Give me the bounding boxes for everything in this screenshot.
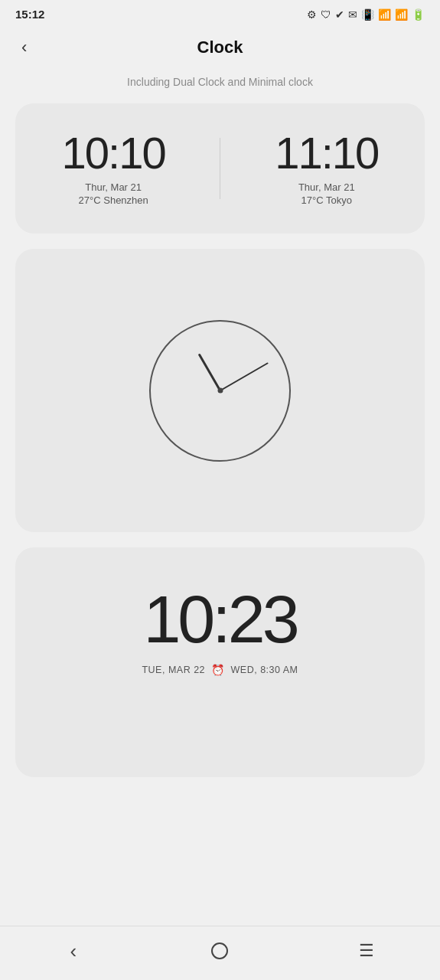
alarm-icon: ⏰	[211, 664, 225, 676]
clock-1-location: 27°C Shenzhen	[79, 194, 148, 206]
analog-clock-widget[interactable]	[15, 249, 425, 532]
nav-home-icon	[211, 942, 228, 959]
vibrate-icon: 📳	[361, 8, 374, 21]
shield-icon: 🛡	[321, 8, 331, 21]
digital-date-row: TUE, MAR 22 ⏰ WED, 8:30 AM	[142, 664, 298, 676]
nav-menu-icon: ☰	[359, 941, 374, 961]
clock-2-location: 17°C Tokyo	[301, 194, 352, 206]
page-title: Clock	[197, 38, 243, 57]
status-time: 15:12	[15, 8, 44, 21]
status-bar: 15:12 ⚙ 🛡 ✔ ✉ 📳 📶 📶 🔋	[0, 0, 440, 25]
nav-home-button[interactable]	[200, 937, 239, 965]
mail-icon: ✉	[348, 8, 357, 21]
nav-back-button[interactable]: ‹	[54, 937, 93, 965]
digital-date-left: TUE, MAR 22	[142, 665, 205, 675]
center-dot	[217, 388, 223, 394]
clock-1-time: 10:10	[62, 131, 165, 175]
scroll-content: 10:10 Thur, Mar 21 27°C Shenzhen 11:10 T…	[0, 103, 440, 926]
back-button[interactable]: ‹	[15, 34, 33, 60]
clock-2-time: 11:10	[275, 131, 378, 175]
dual-clock-widget[interactable]: 10:10 Thur, Mar 21 27°C Shenzhen 11:10 T…	[15, 103, 425, 234]
digital-date-right: WED, 8:30 AM	[231, 665, 298, 675]
subtitle: Including Dual Clock and Minimal clock	[0, 70, 440, 103]
nav-menu-button[interactable]: ☰	[347, 937, 386, 965]
clock-item-1: 10:10 Thur, Mar 21 27°C Shenzhen	[62, 131, 165, 206]
digital-clock-widget[interactable]: 10:23 TUE, MAR 22 ⏰ WED, 8:30 AM	[15, 547, 425, 777]
minute-hand	[220, 362, 268, 391]
clock-item-2: 11:10 Thur, Mar 21 17°C Tokyo	[275, 131, 378, 206]
digital-time: 10:23	[143, 586, 296, 653]
top-bar: ‹ Clock	[0, 25, 440, 70]
clock-1-date: Thur, Mar 21	[85, 181, 142, 193]
analog-clock-face	[149, 320, 291, 462]
bottom-nav: ‹ ☰	[0, 926, 440, 980]
signal-icon: 📶	[395, 8, 408, 21]
wifi-icon: 📶	[378, 8, 391, 21]
nav-back-icon: ‹	[70, 939, 77, 963]
clock-2-date: Thur, Mar 21	[298, 181, 355, 193]
battery-icon: 🔋	[412, 8, 425, 21]
clock-divider	[220, 138, 220, 199]
check-icon: ✔	[335, 8, 344, 21]
status-icons: ⚙ 🛡 ✔ ✉ 📳 📶 📶 🔋	[307, 8, 425, 21]
hour-hand	[198, 354, 221, 391]
settings-icon: ⚙	[307, 8, 317, 21]
